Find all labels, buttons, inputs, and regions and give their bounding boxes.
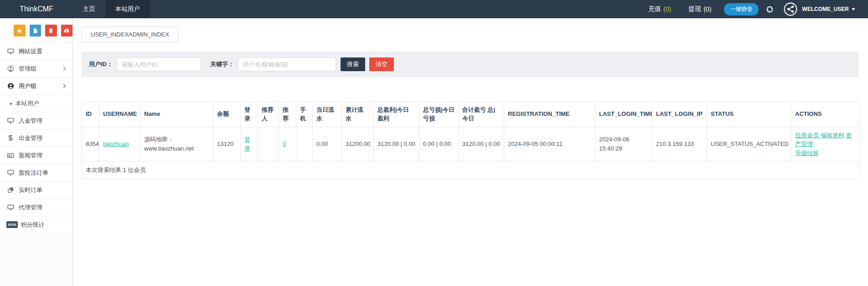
- sidebar-item-site-users[interactable]: ▸ 本站用户: [0, 95, 72, 112]
- col-header-net: 合计盈亏 总| 今日: [459, 102, 504, 127]
- edit-profile-link[interactable]: 编辑资料: [821, 132, 844, 139]
- col-header-username: USERNAME: [99, 102, 140, 127]
- chevron-right-icon: [63, 83, 66, 88]
- sidebar-item-label: 出金管理: [19, 134, 42, 142]
- col-header-total-flow: 累计流 水: [342, 102, 374, 127]
- sidebar-item-label: 代理管理: [19, 203, 42, 212]
- sidebar-item-agent-management[interactable]: 代理管理: [0, 199, 72, 216]
- sidebar-menu: 网站设置 管理组 用户组 ▸ 本站用户: [0, 43, 72, 234]
- trash-quick-button[interactable]: [45, 25, 57, 36]
- user-circle-icon: [6, 65, 15, 72]
- monitor-icon: [6, 204, 15, 211]
- clear-button[interactable]: 清空: [369, 57, 394, 71]
- cell-profit: 3120.00 | 0.00: [374, 127, 419, 161]
- keyword-label: 关键字：: [210, 60, 234, 68]
- main-content: USER_INDEXADMIN_INDEX 用户ID： 关键字： 搜索 清空 I…: [73, 18, 868, 286]
- sidebar-item-new-bet-orders[interactable]: 新投注订单: [0, 164, 72, 182]
- user-menu-label: WELCOME_USER: [802, 6, 849, 12]
- col-header-registration-time: REGISTRATION_TIME: [504, 102, 595, 127]
- cell-referrals: 0: [279, 127, 296, 161]
- keyword-input[interactable]: [238, 57, 336, 71]
- sidebar-item-label: 本站用户: [16, 99, 39, 108]
- navbar-right: 充值 (0) 提现 (0) 一键静音 WELC: [648, 0, 868, 18]
- cell-login: 登 录: [241, 127, 258, 161]
- referrals-link[interactable]: 0: [283, 140, 286, 147]
- clone-icon: [6, 187, 15, 193]
- avatar[interactable]: [784, 2, 797, 16]
- sidebar-quick-buttons: [0, 18, 72, 43]
- sidebar-item-site-settings[interactable]: 网站设置: [0, 43, 72, 60]
- sidebar-item-label: 网站设置: [19, 47, 42, 56]
- user-id-label: 用户ID：: [89, 60, 113, 68]
- cell-loss: 0.00 | 0.00: [419, 127, 459, 161]
- monitor-icon: [6, 48, 15, 55]
- user-circle-solid-icon: [6, 83, 15, 89]
- cell-phone: [296, 127, 313, 161]
- cell-balance: 13120: [213, 127, 241, 161]
- user-menu[interactable]: WELCOME_USER: [802, 6, 855, 12]
- cell-actions: 拉黑会员 编辑资料 资产管理等级结算: [791, 127, 860, 161]
- level-settlement-link[interactable]: 等级结算: [795, 149, 856, 158]
- col-header-last-login-ip: LAST_LOGIN_IP: [652, 102, 707, 127]
- sidebar-item-points-statistics[interactable]: VISA 积分统计: [0, 216, 72, 234]
- refresh-icon[interactable]: [766, 5, 774, 13]
- home-icon: [16, 28, 22, 34]
- caret-right-icon: ▸: [10, 101, 12, 106]
- cell-name: 源码地带： www.tiaozhuan.net: [140, 127, 213, 161]
- users-table: ID USERNAME Name 余额 登 录 推荐 人 推 荐 手 机 当日流…: [82, 102, 860, 179]
- user-id-input[interactable]: [117, 57, 201, 71]
- mute-button[interactable]: 一键静音: [724, 3, 759, 16]
- withdraw-label: 提现: [688, 5, 701, 13]
- col-header-last-login-time: LAST_LOGIN_TIME: [595, 102, 652, 127]
- top-nav-tabs: 主页 本站用户: [73, 0, 150, 18]
- home-quick-button[interactable]: [14, 25, 26, 36]
- cell-referrer: [258, 127, 279, 161]
- sidebar-item-realtime-orders[interactable]: 实时订单: [0, 182, 72, 199]
- file-quick-button[interactable]: [30, 25, 41, 36]
- top-navbar: ThinkCMF 主页 本站用户 充值 (0) 提现 (0) 一键静音: [0, 0, 868, 18]
- nav-tab-site-users[interactable]: 本站用户: [105, 0, 150, 18]
- tab-user-index[interactable]: USER_INDEXADMIN_INDEX: [82, 26, 178, 42]
- table-row: 8354 tiaozhuan 源码地带： www.tiaozhuan.net 1…: [82, 127, 860, 161]
- sidebar-item-admin-group[interactable]: 管理组: [0, 60, 72, 78]
- sidebar-item-label: 管理组: [19, 65, 36, 73]
- cell-last-login-time: 2024-09-06 15:40:29: [595, 127, 652, 161]
- cell-total-flow: 31200.00: [342, 127, 374, 161]
- file-icon: [32, 28, 38, 34]
- username-link[interactable]: tiaozhuan: [103, 140, 129, 147]
- col-header-phone: 手 机: [296, 102, 313, 127]
- sidebar-item-user-group[interactable]: 用户组: [0, 78, 72, 95]
- col-header-referrals: 推 荐: [279, 102, 296, 127]
- cell-id: 8354: [82, 127, 99, 161]
- sidebar-item-label: 积分统计: [21, 221, 45, 229]
- dollar-icon: $: [6, 135, 15, 142]
- table-header-row: ID USERNAME Name 余额 登 录 推荐 人 推 荐 手 机 当日流…: [82, 102, 860, 127]
- sidebar-item-deposit-management[interactable]: 入金管理: [0, 112, 72, 130]
- newspaper-icon: [6, 152, 15, 159]
- search-result-summary: 本次搜索结果:1 位会员: [82, 161, 860, 179]
- search-button[interactable]: 搜索: [341, 57, 365, 71]
- brand-logo[interactable]: ThinkCMF: [0, 0, 73, 18]
- recharge-count: (0): [663, 5, 671, 13]
- col-header-referrer: 推荐 人: [258, 102, 279, 127]
- nav-tab-home[interactable]: 主页: [73, 0, 105, 18]
- sidebar-item-label: 新闻管理: [19, 151, 42, 160]
- cloud-quick-button[interactable]: [61, 25, 73, 36]
- caret-down-icon: [852, 8, 855, 10]
- col-header-actions: ACTIONS: [791, 102, 860, 127]
- sidebar-item-label: 新投注订单: [19, 169, 48, 177]
- blacklist-member-link[interactable]: 拉黑会员: [795, 132, 819, 139]
- cell-registration-time: 2024-09-05 00:00:11: [504, 127, 595, 161]
- monitor-icon: [6, 169, 15, 176]
- withdraw-link[interactable]: 提现 (0): [688, 5, 711, 13]
- cell-username: tiaozhuan: [99, 127, 140, 161]
- recharge-link[interactable]: 充值 (0): [648, 5, 671, 13]
- col-header-login: 登 录: [241, 102, 258, 127]
- col-header-profit: 总盈利|今日 盈利: [374, 102, 419, 127]
- sidebar-item-news-management[interactable]: 新闻管理: [0, 147, 72, 164]
- login-link[interactable]: 登 录: [244, 136, 250, 152]
- cell-daily-flow: 0.00: [313, 127, 342, 161]
- sidebar-item-withdrawal-management[interactable]: $ 出金管理: [0, 130, 72, 147]
- col-header-id: ID: [82, 102, 99, 127]
- visa-card-icon: VISA: [6, 221, 18, 228]
